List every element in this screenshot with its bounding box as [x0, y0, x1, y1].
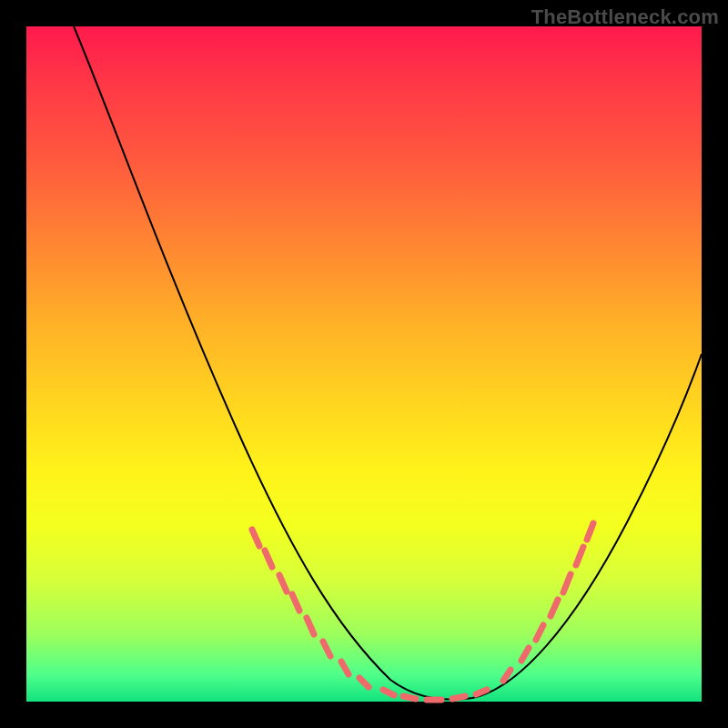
svg-line-2 [279, 575, 287, 592]
svg-line-7 [359, 678, 369, 687]
svg-line-13 [503, 670, 511, 681]
svg-line-19 [587, 523, 593, 540]
svg-line-12 [476, 690, 487, 694]
left-marker-cluster [252, 530, 369, 687]
svg-line-1 [265, 551, 272, 567]
svg-line-18 [576, 547, 583, 565]
svg-line-17 [563, 574, 571, 592]
svg-line-8 [383, 690, 394, 695]
chart-frame: TheBottleneck.com [0, 0, 728, 728]
svg-line-3 [292, 594, 299, 611]
svg-line-6 [341, 662, 349, 674]
bottleneck-curve [74, 26, 702, 700]
svg-line-15 [536, 625, 543, 640]
chart-svg [26, 26, 702, 702]
svg-line-4 [307, 618, 314, 634]
svg-line-16 [551, 600, 558, 616]
svg-line-11 [452, 696, 465, 699]
svg-line-9 [403, 696, 416, 699]
svg-line-14 [521, 648, 529, 661]
svg-line-5 [323, 642, 330, 656]
svg-line-0 [252, 530, 259, 546]
